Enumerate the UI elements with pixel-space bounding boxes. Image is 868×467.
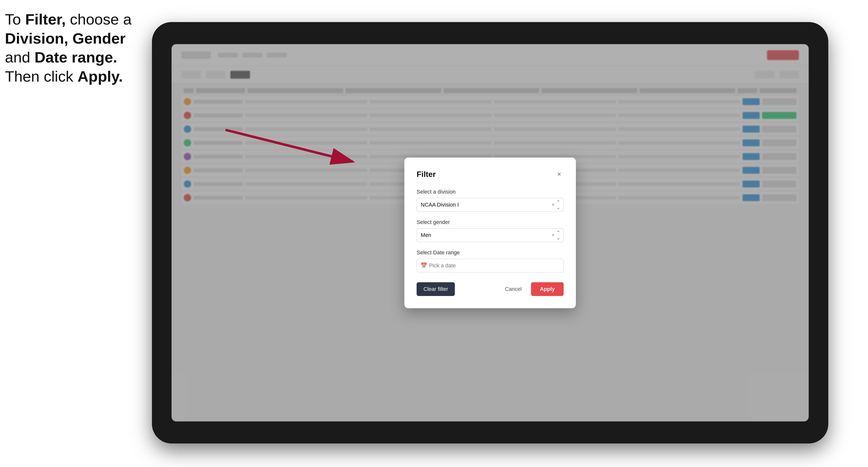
modal-footer: Clear filter Cancel Apply xyxy=(416,282,564,296)
instruction-line1: To Filter, choose a xyxy=(5,11,132,28)
date-range-label: Select Date range xyxy=(416,249,564,256)
date-range-input[interactable] xyxy=(416,259,564,273)
division-form-group: Select a division NCAA Division I × ⌃⌄ xyxy=(416,189,564,212)
modal-close-button[interactable]: × xyxy=(555,170,564,179)
date-range-form-group: Select Date range 📅 xyxy=(416,249,564,273)
tablet-device: Filter × Select a division NCAA Division… xyxy=(152,22,828,443)
gender-select[interactable]: Men xyxy=(416,228,564,242)
date-input-wrapper: 📅 xyxy=(416,259,564,273)
division-select[interactable]: NCAA Division I xyxy=(416,198,564,212)
modal-overlay: Filter × Select a division NCAA Division… xyxy=(172,44,809,422)
gender-form-group: Select gender Men × ⌃⌄ xyxy=(416,219,564,242)
filter-modal: Filter × Select a division NCAA Division… xyxy=(404,158,576,308)
gender-label: Select gender xyxy=(416,219,564,225)
footer-right-actions: Cancel Apply xyxy=(498,282,564,296)
apply-button[interactable]: Apply xyxy=(531,282,564,296)
cancel-button[interactable]: Cancel xyxy=(498,282,528,296)
instruction-bold2: Division, Gender xyxy=(5,30,126,47)
division-label: Select a division xyxy=(416,189,564,195)
instruction-block: To Filter, choose a Division, Gender and… xyxy=(5,10,142,86)
clear-filter-button[interactable]: Clear filter xyxy=(416,282,455,296)
modal-header: Filter × xyxy=(416,170,564,179)
modal-title: Filter xyxy=(416,170,436,179)
instruction-line3: and Date range. xyxy=(5,49,117,66)
division-select-wrapper: NCAA Division I × ⌃⌄ xyxy=(416,198,564,212)
gender-select-wrapper: Men × ⌃⌄ xyxy=(416,228,564,242)
instruction-line4: Then click Apply. xyxy=(5,68,123,85)
tablet-screen: Filter × Select a division NCAA Division… xyxy=(172,44,809,422)
